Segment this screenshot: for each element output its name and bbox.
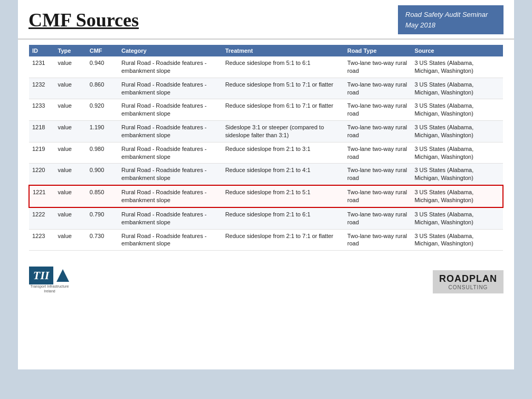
cell-category: Rural Road - Roadside features - embankm… <box>118 207 222 229</box>
page-title: CMF Sources <box>28 9 139 31</box>
table-row: 1222value0.790Rural Road - Roadside feat… <box>29 207 503 229</box>
cell-id: 1219 <box>29 142 55 164</box>
table-row: 1218value1.190Rural Road - Roadside feat… <box>29 121 503 142</box>
svg-marker-0 <box>56 269 69 282</box>
cell-category: Rural Road - Roadside features - embankm… <box>118 229 222 251</box>
tii-logo: TII <box>29 267 54 284</box>
cell-source: 3 US States (Alabama, Michigan, Washingt… <box>411 229 503 251</box>
cell-cmf: 1.190 <box>87 121 118 142</box>
cell-cmf: 0.790 <box>87 207 118 229</box>
cell-source: 3 US States (Alabama, Michigan, Washingt… <box>411 99 503 121</box>
cell-road: Two-lane two-way rural road <box>344 229 411 251</box>
cell-category: Rural Road - Roadside features - embankm… <box>118 78 222 99</box>
cell-id: 1220 <box>29 164 55 185</box>
cell-id: 1218 <box>29 121 55 142</box>
col-header-id: ID <box>29 45 55 56</box>
cell-type: value <box>55 121 87 142</box>
cell-road: Two-lane two-way rural road <box>344 207 411 229</box>
cell-category: Rural Road - Roadside features - embankm… <box>118 121 222 142</box>
cell-source: 3 US States (Alabama, Michigan, Washingt… <box>411 185 503 207</box>
cell-cmf: 0.850 <box>87 185 118 207</box>
cell-category: Rural Road - Roadside features - embankm… <box>118 142 222 164</box>
table-row: 1221value0.850Rural Road - Roadside feat… <box>29 185 503 207</box>
table-row: 1220value0.900Rural Road - Roadside feat… <box>29 164 503 185</box>
cell-type: value <box>55 78 87 99</box>
cell-id: 1233 <box>29 99 55 121</box>
cell-type: value <box>55 207 87 229</box>
table-row: 1231value0.940Rural Road - Roadside feat… <box>29 56 503 78</box>
cmf-table: ID Type CMF Category Treatment Road Type… <box>28 45 504 251</box>
roadplan-logo-container: ROADPLAN CONSULTING <box>433 270 504 293</box>
seminar-line1: Road Safety Audit Seminar <box>405 11 488 18</box>
cell-treatment: Reduce sideslope from 2:1 to 5:1 <box>222 185 344 207</box>
cell-source: 3 US States (Alabama, Michigan, Washingt… <box>411 142 503 164</box>
cell-id: 1221 <box>29 185 55 207</box>
col-header-type: Type <box>55 45 87 56</box>
tii-subtitle: Transport Infrastructure Ireland <box>28 284 71 293</box>
seminar-badge: Road Safety Audit Seminar May 2018 <box>398 5 504 34</box>
cell-treatment: Sideslope 3:1 or steeper (compared to si… <box>222 121 344 142</box>
cell-treatment: Reduce sideslope from 2:1 to 4:1 <box>222 164 344 185</box>
col-header-road: Road Type <box>344 45 411 56</box>
cell-treatment: Reduce sideslope from 5:1 to 7:1 or flat… <box>222 78 344 99</box>
cell-road: Two-lane two-way rural road <box>344 56 411 78</box>
cell-cmf: 0.940 <box>87 56 118 78</box>
cell-id: 1231 <box>29 56 55 78</box>
cell-id: 1222 <box>29 207 55 229</box>
cell-treatment: Reduce sideslope from 6:1 to 7:1 or flat… <box>222 99 344 121</box>
table-row: 1223value0.730Rural Road - Roadside feat… <box>29 229 503 251</box>
cell-category: Rural Road - Roadside features - embankm… <box>118 185 222 207</box>
cell-category: Rural Road - Roadside features - embankm… <box>118 99 222 121</box>
cell-cmf: 0.730 <box>87 229 118 251</box>
slide: CMF Sources Road Safety Audit Seminar Ma… <box>18 0 514 369</box>
cell-cmf: 0.980 <box>87 142 118 164</box>
cell-type: value <box>55 99 87 121</box>
cell-cmf: 0.900 <box>87 164 118 185</box>
tii-logo-container: TII Transport Infrastructure Ireland <box>28 267 71 293</box>
table-container: ID Type CMF Category Treatment Road Type… <box>18 40 514 256</box>
cell-type: value <box>55 142 87 164</box>
cell-road: Two-lane two-way rural road <box>344 121 411 142</box>
roadplan-subtitle: CONSULTING <box>439 284 497 290</box>
table-row: 1219value0.980Rural Road - Roadside feat… <box>29 142 503 164</box>
cell-type: value <box>55 185 87 207</box>
footer: TII Transport Infrastructure Ireland ROA… <box>18 261 514 299</box>
cell-source: 3 US States (Alabama, Michigan, Washingt… <box>411 56 503 78</box>
table-row: 1232value0.860Rural Road - Roadside feat… <box>29 78 503 99</box>
col-header-source: Source <box>411 45 503 56</box>
cell-source: 3 US States (Alabama, Michigan, Washingt… <box>411 78 503 99</box>
cell-id: 1232 <box>29 78 55 99</box>
cell-category: Rural Road - Roadside features - embankm… <box>118 56 222 78</box>
cell-source: 3 US States (Alabama, Michigan, Washingt… <box>411 164 503 185</box>
cell-road: Two-lane two-way rural road <box>344 99 411 121</box>
cell-treatment: Reduce sideslope from 2:1 to 7:1 or flat… <box>222 229 344 251</box>
cell-cmf: 0.920 <box>87 99 118 121</box>
col-header-cmf: CMF <box>87 45 118 56</box>
cell-treatment: Reduce sideslope from 5:1 to 6:1 <box>222 56 344 78</box>
cell-road: Two-lane two-way rural road <box>344 78 411 99</box>
cell-id: 1223 <box>29 229 55 251</box>
table-header-row: ID Type CMF Category Treatment Road Type… <box>29 45 503 56</box>
cell-road: Two-lane two-way rural road <box>344 185 411 207</box>
header: CMF Sources Road Safety Audit Seminar Ma… <box>18 0 514 40</box>
table-row: 1233value0.920Rural Road - Roadside feat… <box>29 99 503 121</box>
cell-cmf: 0.860 <box>87 78 118 99</box>
cell-road: Two-lane two-way rural road <box>344 142 411 164</box>
cell-type: value <box>55 56 87 78</box>
cell-category: Rural Road - Roadside features - embankm… <box>118 164 222 185</box>
seminar-line2: May 2018 <box>405 21 435 29</box>
col-header-category: Category <box>118 45 222 56</box>
cell-road: Two-lane two-way rural road <box>344 164 411 185</box>
cell-type: value <box>55 164 87 185</box>
roadplan-title: ROADPLAN <box>439 273 497 284</box>
cell-treatment: Reduce sideslope from 2:1 to 3:1 <box>222 142 344 164</box>
cell-source: 3 US States (Alabama, Michigan, Washingt… <box>411 121 503 142</box>
tii-graphic-icon <box>55 268 70 283</box>
cell-source: 3 US States (Alabama, Michigan, Washingt… <box>411 207 503 229</box>
cell-type: value <box>55 229 87 251</box>
cell-treatment: Reduce sideslope from 2:1 to 6:1 <box>222 207 344 229</box>
table-body: 1231value0.940Rural Road - Roadside feat… <box>29 56 503 251</box>
col-header-treatment: Treatment <box>222 45 344 56</box>
